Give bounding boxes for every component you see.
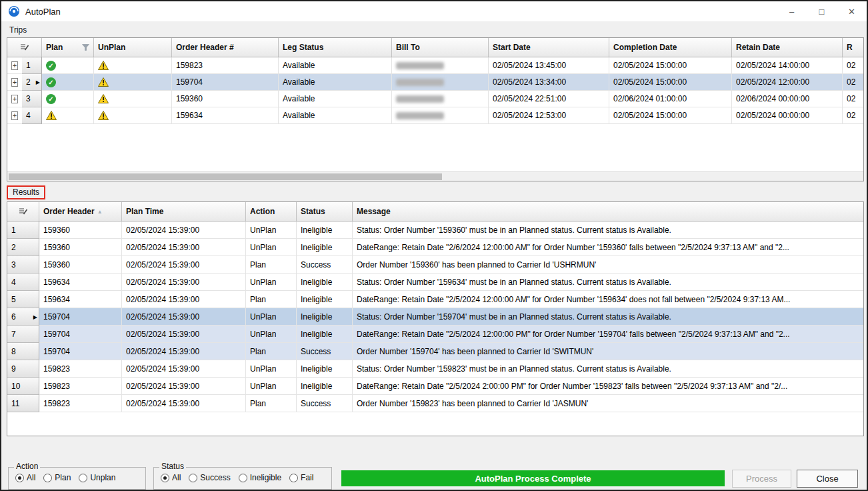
- results-row[interactable]: 115936002/05/2024 15:39:00UnPlanIneligib…: [7, 221, 863, 239]
- results-grid: Order Header ▲ Plan Time Action Status M…: [7, 201, 864, 436]
- plan-time-cell: 02/05/2024 15:39:00: [122, 395, 246, 412]
- expand-plus-icon[interactable]: +: [11, 61, 18, 70]
- row-number-cell[interactable]: 1: [22, 57, 42, 74]
- row-number-cell[interactable]: 4: [22, 107, 42, 124]
- filter-icon[interactable]: [82, 44, 89, 51]
- trips-grid: Plan UnPlan Order Header # Leg Status Bi…: [7, 37, 864, 181]
- row-number-cell[interactable]: 3: [7, 256, 39, 274]
- results-col-action[interactable]: Action: [246, 202, 297, 221]
- clipped-cell: 02: [843, 74, 863, 91]
- results-col-order-label: Order Header: [43, 207, 95, 216]
- results-row[interactable]: 1015982302/05/2024 15:39:00UnPlanIneligi…: [7, 378, 863, 395]
- trips-col-retain-date[interactable]: Retain Date: [732, 38, 843, 57]
- status-cell: Ineligible: [297, 291, 353, 308]
- plan-success-icon: ✓: [46, 61, 56, 71]
- status-cell: Ineligible: [297, 239, 353, 256]
- bill-to-cell: [392, 107, 489, 124]
- radio-unplan[interactable]: Unplan: [79, 473, 115, 482]
- expand-plus-icon[interactable]: +: [11, 95, 18, 103]
- row-number-cell[interactable]: 1: [7, 221, 39, 239]
- completion-date-cell: 02/05/2024 15:00:00: [609, 107, 732, 124]
- results-col-order-header[interactable]: Order Header ▲: [39, 202, 122, 221]
- row-number-cell[interactable]: 5: [7, 291, 39, 308]
- row-number-cell[interactable]: 2: [7, 239, 39, 256]
- row-number-cell[interactable]: 11: [7, 395, 39, 412]
- status-filter-group: Status AllSuccessIneligibleFail: [153, 467, 332, 490]
- trips-col-clipped[interactable]: R: [843, 38, 863, 57]
- trips-col-completion-date[interactable]: Completion Date: [609, 38, 732, 57]
- trips-row[interactable]: +1✓159823Available02/05/2024 13:45:0002/…: [7, 57, 863, 74]
- scrollbar-thumb[interactable]: [9, 173, 442, 180]
- radio-all[interactable]: All: [15, 473, 35, 482]
- trips-col-unplan[interactable]: UnPlan: [94, 38, 172, 57]
- start-date-cell: 02/05/2024 13:45:00: [489, 57, 609, 74]
- results-row[interactable]: 1115982302/05/2024 15:39:00PlanSuccessOr…: [7, 395, 863, 412]
- row-number-cell[interactable]: 7: [7, 326, 39, 343]
- row-number-cell[interactable]: 8: [7, 343, 39, 360]
- process-button[interactable]: Process: [732, 470, 791, 488]
- results-row[interactable]: 815970402/05/2024 15:39:00PlanSuccessOrd…: [7, 343, 863, 360]
- expand-cell[interactable]: +: [7, 91, 22, 107]
- status-cell: Ineligible: [297, 378, 353, 395]
- results-row[interactable]: 6▶15970402/05/2024 15:39:00UnPlanIneligi…: [7, 308, 863, 326]
- row-number-cell[interactable]: 10: [7, 378, 39, 395]
- trips-row[interactable]: +3✓159360Available02/05/2024 22:51:0002/…: [7, 91, 863, 107]
- results-row[interactable]: 715970402/05/2024 15:39:00UnPlanIneligib…: [7, 326, 863, 343]
- results-row[interactable]: 515963402/05/2024 15:39:00PlanIneligible…: [7, 291, 863, 308]
- plan-time-cell: 02/05/2024 15:39:00: [122, 308, 246, 326]
- horizontal-scrollbar[interactable]: [7, 171, 863, 181]
- message-cell: DateRange: Retain Date "2/5/2024 12:00:0…: [353, 326, 863, 343]
- results-row[interactable]: 915982302/05/2024 15:39:00UnPlanIneligib…: [7, 360, 863, 378]
- results-row[interactable]: 215936002/05/2024 15:39:00UnPlanIneligib…: [7, 239, 863, 256]
- trips-group-label: Trips: [9, 25, 27, 35]
- message-cell: Order Number '159704' has been planned t…: [353, 343, 863, 360]
- radio-success[interactable]: Success: [189, 473, 230, 482]
- expand-cell[interactable]: +: [7, 74, 22, 91]
- order-header-cell: 159823: [172, 57, 279, 74]
- status-group-label: Status: [159, 462, 186, 471]
- trips-col-bill-to[interactable]: Bill To: [392, 38, 489, 57]
- radio-ineligible[interactable]: Ineligible: [239, 473, 281, 482]
- action-cell: UnPlan: [246, 274, 297, 291]
- clipped-cell: 02: [843, 107, 863, 124]
- plan-status-cell: ✓: [42, 74, 94, 91]
- redacted-bill-to: [396, 79, 444, 86]
- results-row[interactable]: 315936002/05/2024 15:39:00PlanSuccessOrd…: [7, 256, 863, 274]
- radio-fail[interactable]: Fail: [289, 473, 313, 482]
- autoplan-window: AutoPlan – □ ✕ Trips Plan: [0, 0, 868, 491]
- trips-col-leg-status[interactable]: Leg Status: [279, 38, 392, 57]
- leg-status-cell: Available: [279, 91, 392, 107]
- trips-row[interactable]: +4159634Available02/05/2024 12:53:0002/0…: [7, 107, 863, 124]
- expand-cell[interactable]: +: [7, 57, 22, 74]
- plan-time-cell: 02/05/2024 15:39:00: [122, 239, 246, 256]
- expand-cell[interactable]: +: [7, 107, 22, 124]
- trips-col-plan[interactable]: Plan: [42, 38, 94, 57]
- trips-row[interactable]: +2▶✓159704Available02/05/2024 13:34:0002…: [7, 74, 863, 91]
- row-number-cell[interactable]: 6▶: [7, 308, 39, 326]
- radio-circle-icon: [239, 474, 247, 482]
- radio-label: Fail: [301, 473, 313, 482]
- row-number-cell[interactable]: 9: [7, 360, 39, 378]
- close-window-button[interactable]: ✕: [837, 1, 867, 21]
- row-number-cell[interactable]: 3: [22, 91, 42, 107]
- trips-col-order-header[interactable]: Order Header #: [172, 38, 279, 57]
- results-row[interactable]: 415963402/05/2024 15:39:00UnPlanIneligib…: [7, 274, 863, 291]
- row-number-cell[interactable]: 4: [7, 274, 39, 291]
- results-col-plan-time[interactable]: Plan Time: [122, 202, 246, 221]
- trips-col-start-date[interactable]: Start Date: [489, 38, 609, 57]
- expand-plus-icon[interactable]: +: [11, 78, 18, 87]
- warning-icon: [98, 94, 109, 103]
- expand-plus-icon[interactable]: +: [11, 111, 18, 120]
- status-banner-text: AutoPlan Process Complete: [475, 474, 591, 484]
- minimize-button[interactable]: –: [777, 1, 807, 21]
- results-col-status[interactable]: Status: [297, 202, 353, 221]
- radio-all[interactable]: All: [161, 473, 181, 482]
- close-action-button[interactable]: Close: [797, 470, 858, 488]
- radio-plan[interactable]: Plan: [43, 473, 71, 482]
- row-number-cell[interactable]: 2▶: [22, 74, 42, 91]
- trips-row-indicator-header[interactable]: [7, 38, 42, 57]
- message-cell: DateRange: Retain Date "2/5/2024 2:00:00…: [353, 378, 863, 395]
- results-col-message[interactable]: Message: [353, 202, 863, 221]
- results-row-indicator-header[interactable]: [7, 202, 39, 221]
- maximize-button[interactable]: □: [807, 1, 837, 21]
